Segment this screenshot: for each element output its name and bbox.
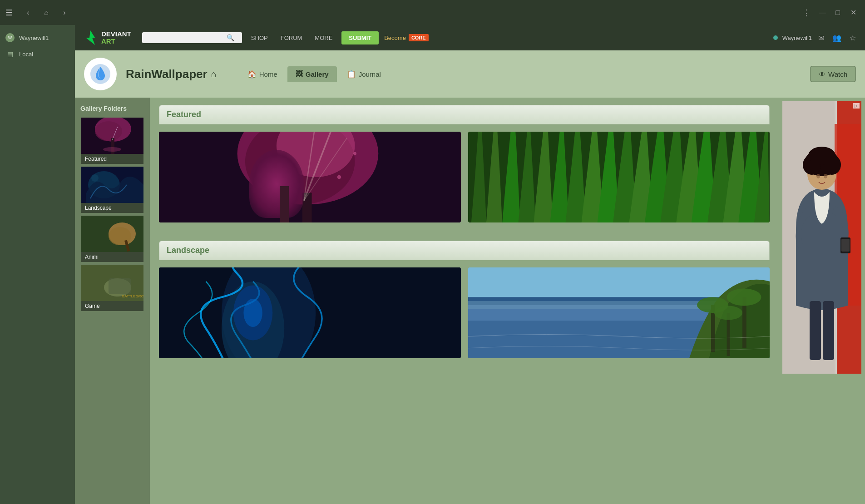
- local-icon: ▤: [5, 49, 15, 59]
- search-icon[interactable]: 🔍: [227, 34, 234, 41]
- svg-point-10: [91, 174, 99, 182]
- menu-icon[interactable]: ☰: [5, 8, 13, 18]
- sidebar-username: Waynewill1: [19, 35, 49, 41]
- section-landscape: Landscape: [159, 241, 770, 358]
- avatar: W: [5, 33, 15, 42]
- svg-point-61: [824, 174, 827, 178]
- tab-journal[interactable]: 📋 Journal: [339, 66, 389, 82]
- favorites-icon[interactable]: ☆: [848, 32, 858, 44]
- landscape-images: [159, 267, 770, 358]
- svg-point-59: [808, 147, 835, 165]
- folder-landscape[interactable]: Landscape: [75, 167, 150, 213]
- back-button[interactable]: ‹: [22, 6, 35, 19]
- svg-point-60: [816, 174, 820, 178]
- folder-game-thumb: BATTLEGROUNDS: [81, 265, 143, 301]
- folder-featured[interactable]: Featured: [75, 118, 150, 164]
- folder-game-label: Game: [81, 301, 143, 311]
- section-featured: Featured: [159, 105, 770, 222]
- landscape-section-header: Landscape: [159, 241, 770, 260]
- rainwallpaper-logo-icon: [89, 63, 111, 85]
- svg-rect-63: [841, 239, 850, 252]
- landscape-image-2[interactable]: [468, 267, 770, 358]
- mail-icon[interactable]: ✉: [816, 32, 826, 44]
- profile-logo: [84, 58, 117, 90]
- close-button[interactable]: ✕: [847, 6, 860, 19]
- svg-point-30: [283, 183, 286, 187]
- nav-forum[interactable]: FORUM: [277, 33, 306, 43]
- user-section: Waynewill1 ✉ 👥 ☆: [773, 32, 858, 44]
- sidebar-local-label: Local: [19, 51, 33, 58]
- sidebar: W Waynewill1 ▤ Local: [0, 25, 75, 504]
- svg-text:BATTLEGROUNDS: BATTLEGROUNDS: [122, 294, 143, 298]
- tab-home[interactable]: 🏠 Home: [239, 66, 286, 82]
- nav-more[interactable]: MORE: [311, 33, 336, 43]
- gallery-main: Featured: [150, 98, 779, 504]
- become-core-button[interactable]: Become CORE: [384, 34, 428, 41]
- featured-images: [159, 132, 770, 222]
- folder-landscape-label: Landscape: [81, 203, 143, 213]
- tab-gallery[interactable]: 🖼 Gallery: [287, 66, 337, 82]
- advertisement: ▷: [782, 101, 861, 374]
- minimize-button[interactable]: —: [816, 6, 829, 19]
- svg-rect-23: [302, 193, 312, 222]
- folder-game[interactable]: BATTLEGROUNDS Game: [75, 265, 150, 311]
- ad-panel: ▷: [779, 98, 865, 504]
- featured-section-title: Featured: [167, 110, 201, 119]
- friends-icon[interactable]: 👥: [830, 32, 843, 44]
- deviantart-logo-icon: [82, 30, 99, 46]
- nav-shop[interactable]: SHOP: [247, 33, 272, 43]
- featured-image-1[interactable]: [159, 132, 461, 222]
- home-tab-icon: 🏠: [247, 70, 257, 79]
- logo[interactable]: DEVIANT ART: [82, 30, 131, 46]
- folder-animi-label: Animi: [81, 252, 143, 262]
- journal-tab-icon: 📋: [347, 70, 356, 79]
- folder-animi-thumb: [81, 216, 143, 252]
- svg-point-4: [95, 121, 122, 141]
- svg-point-29: [353, 152, 356, 155]
- profile-name: RainWallpaper ⌂: [126, 67, 217, 81]
- svg-point-31: [337, 175, 341, 179]
- svg-marker-0: [86, 30, 95, 45]
- svg-point-6: [103, 147, 121, 152]
- svg-point-32: [291, 199, 294, 202]
- profile-tabs: 🏠 Home 🖼 Gallery 📋 Journal: [239, 66, 389, 82]
- svg-rect-64: [810, 301, 821, 360]
- folder-featured-label: Featured: [81, 154, 143, 164]
- nav-username[interactable]: Waynewill1: [782, 35, 812, 41]
- online-indicator: [773, 35, 778, 40]
- logo-text: DEVIANT ART: [101, 30, 131, 45]
- maximize-button[interactable]: □: [831, 6, 844, 19]
- svg-rect-65: [823, 301, 834, 360]
- more-options-icon[interactable]: ⋮: [802, 8, 811, 18]
- watch-label: Watch: [828, 70, 847, 78]
- search-input[interactable]: [147, 35, 224, 41]
- landscape-section-title: Landscape: [167, 246, 209, 255]
- title-bar: ☰ ‹ ⌂ › ⋮ — □ ✕: [0, 0, 865, 25]
- watch-button[interactable]: 👁 Watch: [810, 66, 856, 82]
- become-label: Become: [384, 35, 406, 41]
- profile-header: RainWallpaper ⌂ 🏠 Home 🖼 Gallery 📋 Journ…: [75, 50, 865, 98]
- forward-button[interactable]: ›: [58, 6, 71, 19]
- gallery-tab-icon: 🖼: [296, 70, 303, 78]
- landscape-image-1[interactable]: [159, 267, 461, 358]
- svg-point-38: [243, 299, 262, 327]
- search-bar[interactable]: 🔍: [142, 32, 242, 43]
- svg-point-28: [266, 167, 271, 172]
- folder-animi[interactable]: Animi: [75, 216, 150, 262]
- submit-button[interactable]: SUBMIT: [341, 31, 379, 44]
- folder-featured-thumb: [81, 118, 143, 154]
- svg-rect-17: [109, 278, 131, 294]
- profile-home-icon: ⌂: [211, 69, 217, 79]
- tab-journal-label: Journal: [359, 70, 381, 78]
- profile-name-text: RainWallpaper: [126, 67, 208, 81]
- featured-section-header: Featured: [159, 105, 770, 124]
- top-nav: DEVIANT ART 🔍 SHOP FORUM MORE SUBMIT Bec…: [75, 25, 865, 50]
- svg-point-13: [109, 227, 131, 245]
- gallery-folders-title: Gallery Folders: [75, 103, 150, 118]
- sidebar-item-user[interactable]: W Waynewill1: [0, 30, 75, 46]
- home-button[interactable]: ⌂: [40, 6, 53, 19]
- tab-gallery-label: Gallery: [306, 70, 329, 78]
- sidebar-item-local[interactable]: ▤ Local: [0, 46, 75, 62]
- folder-landscape-thumb: [81, 167, 143, 203]
- featured-image-2[interactable]: [468, 132, 770, 222]
